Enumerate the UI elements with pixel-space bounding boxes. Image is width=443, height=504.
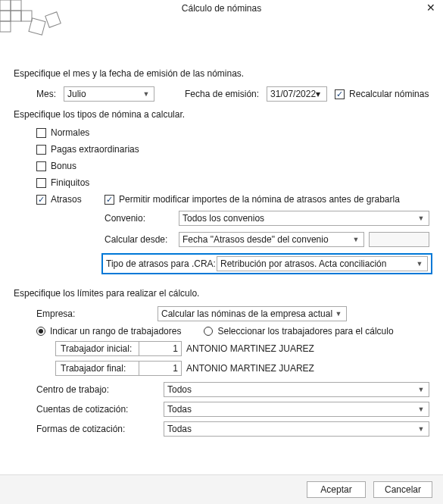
dialog-title: Cálculo de nóminas bbox=[182, 3, 261, 14]
chevron-down-icon: ▼ bbox=[415, 211, 427, 225]
dialog-footer: Aceptar Cancelar bbox=[0, 474, 443, 504]
svg-rect-5 bbox=[0, 21, 11, 32]
titlebar: Cálculo de nóminas ✕ bbox=[0, 0, 443, 18]
trabajador-inicial-box[interactable]: Trabajador inicial: 1 bbox=[55, 341, 182, 356]
empresa-dropdown[interactable]: Calcular las nóminas de la empresa actua… bbox=[158, 306, 347, 321]
finiquitos-checkbox[interactable]: Finiquitos bbox=[36, 177, 89, 188]
checkbox-checked-icon: ✓ bbox=[335, 89, 345, 99]
radio-checked-icon bbox=[36, 327, 45, 336]
recalc-checkbox[interactable]: ✓ Recalcular nóminas bbox=[335, 89, 429, 99]
mes-label: Mes: bbox=[36, 89, 56, 99]
checkbox-unchecked-icon bbox=[36, 128, 46, 138]
convenio-label: Convenio: bbox=[105, 213, 179, 224]
cuentas-value: Todas bbox=[167, 404, 192, 415]
fecha-input[interactable]: 31/07/2022 ▾ bbox=[267, 86, 327, 102]
radio-seleccionar[interactable]: Seleccionar los trabajadores para el cál… bbox=[204, 326, 393, 337]
normales-label: Normales bbox=[51, 127, 89, 138]
formas-label: Formas de cotización: bbox=[36, 424, 164, 434]
tipo-atrasos-dropdown[interactable]: Retribución por atrasos. Acta conciliaci… bbox=[217, 256, 428, 271]
trab-ini-num: 1 bbox=[139, 342, 181, 355]
recalc-label: Recalcular nóminas bbox=[349, 89, 429, 99]
convenio-dropdown[interactable]: Todos los convenios ▼ bbox=[179, 211, 429, 226]
convenio-value: Todos los convenios bbox=[183, 213, 264, 224]
calcdesde-extra-button[interactable] bbox=[369, 232, 429, 247]
chevron-down-icon: ▼ bbox=[415, 383, 427, 396]
radio-rango-label: Indicar un rango de trabajadores bbox=[50, 326, 181, 337]
calcdesde-dropdown[interactable]: Fecha "Atrasos desde" del convenio ▼ bbox=[179, 232, 364, 247]
calcdesde-label: Calcular desde: bbox=[105, 234, 179, 245]
calcdesde-value: Fecha "Atrasos desde" del convenio bbox=[183, 234, 329, 245]
checkbox-unchecked-icon bbox=[36, 161, 46, 171]
svg-rect-6 bbox=[29, 18, 45, 35]
formas-value: Todas bbox=[167, 424, 192, 434]
checkbox-unchecked-icon bbox=[36, 145, 46, 155]
chevron-down-icon: ▾ bbox=[316, 89, 320, 99]
chevron-down-icon: ▼ bbox=[332, 307, 345, 321]
atrasos-label: Atrasos bbox=[51, 194, 82, 205]
section-types-label: Especifique los tipos de nómina a calcul… bbox=[14, 109, 429, 120]
cuentas-label: Cuentas de cotización: bbox=[36, 404, 164, 415]
checkbox-unchecked-icon bbox=[36, 178, 46, 188]
cancelar-button[interactable]: Cancelar bbox=[373, 481, 432, 498]
pagas-label: Pagas extraordinarias bbox=[51, 144, 139, 155]
trab-ini-name: ANTONIO MARTINEZ JUAREZ bbox=[186, 343, 314, 354]
chevron-down-icon: ▼ bbox=[350, 233, 362, 246]
centro-label: Centro de trabajo: bbox=[36, 384, 164, 395]
centro-dropdown[interactable]: Todos ▼ bbox=[164, 382, 429, 397]
section-limits-label: Especifique los límites para realizar el… bbox=[14, 288, 429, 299]
fecha-label: Fecha de emisión: bbox=[185, 89, 259, 99]
mes-value: Julio bbox=[67, 89, 86, 99]
trabajador-final-box[interactable]: Trabajador final: 1 bbox=[55, 361, 182, 376]
radio-sel-label: Seleccionar los trabajadores para el cál… bbox=[217, 326, 393, 337]
trab-fin-num: 1 bbox=[139, 362, 181, 375]
checkbox-checked-icon: ✓ bbox=[36, 195, 46, 205]
permitir-label: Permitir modificar importes de la nómina… bbox=[119, 194, 400, 205]
chevron-down-icon: ▼ bbox=[140, 87, 152, 101]
chevron-down-icon: ▼ bbox=[415, 422, 427, 436]
close-icon[interactable]: ✕ bbox=[426, 2, 435, 14]
tipo-atrasos-value: Retribución por atrasos. Acta conciliaci… bbox=[220, 258, 386, 269]
radio-rango[interactable]: Indicar un rango de trabajadores bbox=[36, 326, 181, 337]
mes-dropdown[interactable]: Julio ▼ bbox=[64, 86, 154, 102]
empresa-label: Empresa: bbox=[36, 308, 150, 319]
atrasos-checkbox[interactable]: ✓ Atrasos bbox=[36, 194, 105, 205]
aceptar-button[interactable]: Aceptar bbox=[307, 481, 366, 498]
tipo-atrasos-highlight: Tipo de atrasos para .CRA: Retribución p… bbox=[101, 253, 432, 274]
cuentas-dropdown[interactable]: Todas ▼ bbox=[164, 402, 429, 417]
chevron-down-icon: ▼ bbox=[413, 257, 426, 271]
checkbox-checked-icon: ✓ bbox=[105, 195, 114, 205]
bonus-label: Bonus bbox=[51, 161, 76, 171]
permitir-checkbox[interactable]: ✓ Permitir modificar importes de la nómi… bbox=[105, 194, 400, 205]
section-month-label: Especifique el mes y la fecha de emisión… bbox=[14, 68, 429, 79]
payroll-dialog: Cálculo de nóminas ✕ Especifique el mes … bbox=[0, 0, 443, 504]
pagas-checkbox[interactable]: Pagas extraordinarias bbox=[36, 144, 139, 155]
centro-value: Todos bbox=[167, 384, 192, 395]
trab-fin-name: ANTONIO MARTINEZ JUAREZ bbox=[186, 363, 314, 374]
trab-ini-label: Trabajador inicial: bbox=[56, 342, 139, 355]
finiquitos-label: Finiquitos bbox=[51, 177, 89, 188]
trab-fin-label: Trabajador final: bbox=[56, 362, 139, 375]
bonus-checkbox[interactable]: Bonus bbox=[36, 161, 76, 171]
normales-checkbox[interactable]: Normales bbox=[36, 127, 89, 138]
fecha-value: 31/07/2022 bbox=[270, 89, 316, 99]
empresa-value: Calcular las nóminas de la empresa actua… bbox=[161, 308, 332, 319]
tipo-atrasos-label: Tipo de atrasos para .CRA: bbox=[106, 258, 217, 269]
dialog-content: Especifique el mes y la fecha de emisión… bbox=[0, 18, 443, 449]
chevron-down-icon: ▼ bbox=[415, 402, 427, 416]
formas-dropdown[interactable]: Todas ▼ bbox=[164, 421, 429, 437]
radio-unchecked-icon bbox=[204, 327, 213, 336]
